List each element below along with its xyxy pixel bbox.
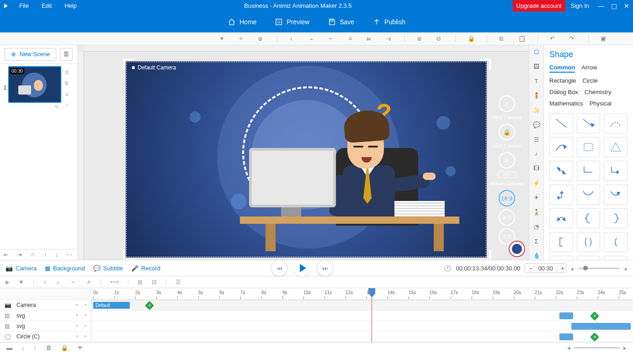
track-lane-svg1[interactable] [91, 311, 633, 321]
track-row-circle[interactable]: ◯ Circle (C) •• [0, 332, 91, 342]
clip-svg1[interactable] [559, 312, 573, 319]
zoom-out-icon[interactable]: ⊖ [436, 35, 443, 42]
tl-group-2-icon[interactable]: ⊟ [152, 279, 157, 285]
shape-line[interactable] [549, 113, 573, 133]
shape-curve-dash[interactable] [604, 113, 628, 133]
shape-paren[interactable] [577, 232, 601, 252]
scene-delete-icon[interactable]: 🗑 [64, 80, 69, 86]
shape-tab-arrow[interactable]: Arrow [581, 64, 597, 73]
role-tool-icon[interactable]: 🚶 [532, 208, 541, 216]
lock-icon[interactable]: 🔒 [468, 35, 475, 42]
new-scene-button[interactable]: ⊕ New Scene [5, 48, 56, 61]
menu-file[interactable]: File [13, 2, 35, 9]
paint-tool-icon[interactable]: 💧 [532, 252, 541, 260]
zoom-slider[interactable] [579, 268, 620, 269]
swf-tool-icon[interactable]: ⚡ [532, 179, 541, 187]
keyframe-circle[interactable] [590, 332, 599, 342]
shape-elbow[interactable] [577, 161, 601, 181]
upgrade-button[interactable]: Upgrade account [513, 0, 565, 11]
publish-button[interactable]: Publish [372, 18, 405, 26]
scene-star-icon[interactable]: ☆ [64, 102, 69, 108]
duration-plus-button[interactable]: + [557, 265, 566, 272]
tool-link-icon[interactable]: ⊕ [258, 35, 265, 42]
zoom-in-icon[interactable]: ⊕ [417, 35, 424, 42]
stage[interactable]: ? [126, 61, 487, 258]
paste-icon[interactable]: 📋 [518, 35, 526, 42]
zoom-in-tl-icon[interactable]: ▴ [624, 265, 628, 272]
tl-folder-icon[interactable]: ▬ [6, 344, 12, 351]
tl-trash-icon[interactable]: 🗑 [46, 344, 52, 351]
background-track-button[interactable]: ▦ Background [45, 265, 85, 272]
preview-button[interactable]: Preview [275, 18, 309, 26]
signin-button[interactable]: Sign In [565, 2, 595, 9]
play-button[interactable] [294, 260, 310, 276]
preview-small-icon[interactable]: ▣ [601, 35, 608, 42]
scene-thumbnail[interactable]: 00:30 ✎ [8, 66, 61, 246]
shape-elbow-2[interactable] [549, 185, 573, 205]
tool-effect-1-icon[interactable]: ✦ [219, 35, 227, 42]
shape-tab-math[interactable]: Mathematics [549, 100, 583, 107]
shape-brace-left[interactable] [577, 208, 601, 228]
image-tool-icon[interactable]: 🖼 [532, 63, 541, 71]
clip-default-camera[interactable]: Default Camera [93, 302, 130, 309]
duration-minus-button[interactable]: − [525, 265, 534, 272]
tool-effect-2-icon[interactable]: ✧ [239, 35, 246, 42]
scene-tool-up-icon[interactable]: ↑ [44, 251, 47, 258]
text-tool-icon[interactable]: T [532, 77, 541, 85]
undo-icon[interactable]: ↶ [550, 35, 557, 42]
prev-frame-button[interactable]: ⏮ [271, 260, 287, 276]
avatar-badge[interactable] [509, 241, 525, 257]
music-tool-icon[interactable]: ♪ [532, 150, 541, 158]
tl-lock-icon[interactable]: 🔒 [61, 344, 68, 351]
tl-list-icon[interactable]: ☰ [176, 279, 181, 285]
track-lane-circle[interactable] [91, 332, 633, 342]
tl-align-1-icon[interactable]: ⫞ [43, 279, 46, 285]
shape-tab-physical[interactable]: Physical [590, 100, 612, 107]
align-center-h-icon[interactable]: ⫠ [309, 35, 316, 42]
shape-tool-icon[interactable]: ⬡ [532, 48, 541, 56]
tl-scroll-right-icon[interactable]: ▸ [623, 344, 627, 351]
align-left-icon[interactable]: ⫞ [289, 35, 297, 42]
ratio-4-3-button[interactable]: 4:3 [499, 209, 515, 226]
subtitle-track-button[interactable]: 💬 Subtitle [93, 265, 123, 272]
close-icon[interactable]: ✕ [620, 2, 633, 10]
shape-arc[interactable] [549, 137, 573, 157]
callout-tool-icon[interactable]: 💬 [532, 121, 541, 129]
redo-icon[interactable]: ↷ [569, 35, 576, 42]
playhead[interactable] [372, 288, 372, 342]
widget-tool-icon[interactable]: ☰ [532, 135, 541, 143]
clip-circle[interactable] [559, 333, 573, 340]
shape-rect-dash[interactable] [577, 137, 601, 157]
tl-eye-icon[interactable]: 👁 [77, 344, 83, 351]
shape-curve-2[interactable] [577, 185, 601, 205]
video-tool-icon[interactable]: 🎞 [532, 164, 541, 173]
track-lane-camera[interactable]: Default Camera [91, 300, 633, 311]
shape-tab-rectangle[interactable]: Rectangle [549, 77, 576, 84]
maximize-icon[interactable]: ▢ [607, 2, 620, 10]
menu-edit[interactable]: Edit [35, 2, 58, 9]
align-center-v-icon[interactable]: ⫢ [366, 35, 373, 42]
scene-settings-button[interactable]: ☰ [60, 48, 73, 61]
align-bottom-icon[interactable]: ⫣ [385, 35, 393, 42]
camera-track-button[interactable]: 📷 Camera [5, 265, 37, 272]
tl-align-4-icon[interactable]: ⫡ [85, 279, 91, 285]
chart-tool-icon[interactable]: ◔ [532, 222, 541, 231]
shape-trap-2[interactable] [577, 256, 601, 260]
shape-elbow-arrow[interactable] [604, 161, 628, 181]
shape-double-arrow[interactable] [549, 161, 573, 181]
zoom-out-tl-icon[interactable]: ▴ [571, 265, 574, 272]
scene-lock-icon[interactable]: ⧈ [65, 91, 69, 97]
shape-bracket-left[interactable] [549, 232, 573, 252]
shape-curve-arrow[interactable] [604, 185, 628, 205]
clip-svg2[interactable] [571, 323, 631, 330]
tl-align-3-icon[interactable]: ⫟ [70, 279, 76, 285]
tl-down-icon[interactable]: ↓ [21, 344, 25, 351]
shape-tab-circle[interactable]: Circle [583, 77, 598, 84]
tl-up-icon[interactable]: ↑ [34, 344, 37, 351]
view-camera-button[interactable]: ⤢ [499, 95, 515, 112]
scene-edit-icon[interactable]: ✎ [8, 103, 61, 109]
align-top-icon[interactable]: ⫡ [347, 35, 354, 42]
shape-paren-single[interactable] [604, 232, 628, 252]
tl-align-2-icon[interactable]: ⫠ [55, 279, 61, 285]
tl-filter-icon[interactable]: ▼ [18, 279, 24, 285]
